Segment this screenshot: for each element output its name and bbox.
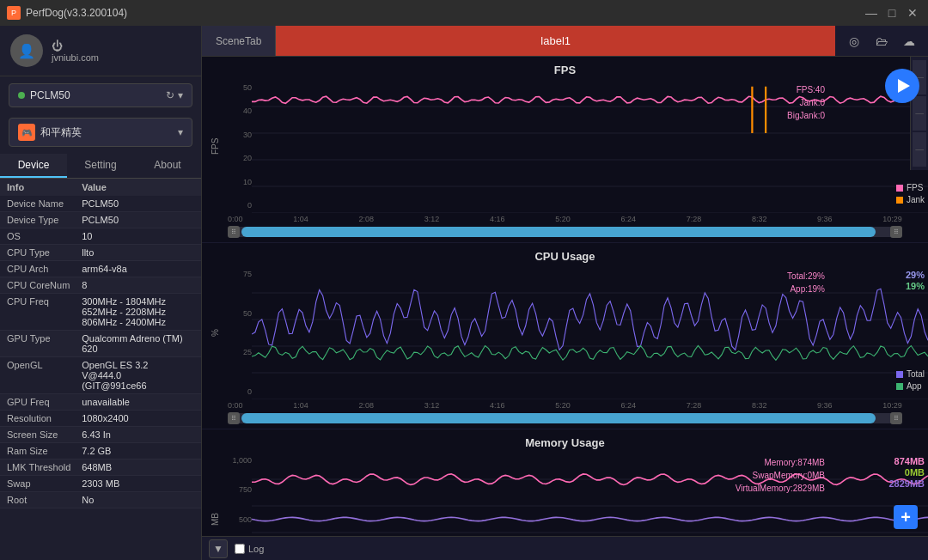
current-value: 874MB <box>894 456 925 466</box>
chart-inner-fps: FPS:40 Jank:0 BigJank:0FPSJank400 <box>252 80 928 213</box>
x-axis-cpu: 0:001:042:083:124:165:206:247:288:329:36… <box>202 399 928 411</box>
y-tick: 10 <box>228 178 252 186</box>
play-button[interactable] <box>885 69 919 103</box>
cloud-icon[interactable]: ☁ <box>899 31 919 52</box>
sidebar-header: 👤 ⏻ jvniubi.com <box>0 26 201 76</box>
minimize-button[interactable]: — <box>863 4 880 21</box>
row-info: GPU Type <box>7 333 82 354</box>
x-tick: 1:04 <box>293 401 308 410</box>
tab-setting[interactable]: Setting <box>67 154 134 178</box>
row-info: CPU CoreNum <box>7 280 82 290</box>
chart-inner-cpu: Total:29% App:19%TotalApp29%19% <box>252 266 928 399</box>
y-tick: 500 <box>228 515 252 524</box>
legend-item: Jank <box>896 195 925 204</box>
game-chevron-icon[interactable]: ▾ <box>178 126 183 138</box>
table-row: RootNo <box>0 492 201 508</box>
legend-label: Total <box>907 369 925 379</box>
power-icon: ⏻ <box>52 40 99 52</box>
legend-color <box>896 197 903 204</box>
y-tick: 20 <box>228 154 252 162</box>
maximize-button[interactable]: □ <box>883 4 901 21</box>
y-label-fps: FPS <box>202 80 228 213</box>
row-value: 300MHz - 1804MHz652MHz - 2208MHz806MHz -… <box>82 296 194 327</box>
scrollbar-cpu[interactable]: ⠿ ⠿ <box>228 413 902 423</box>
device-status-dot <box>18 92 25 99</box>
content-topbar: SceneTab label1 ◎ 🗁 ☁ <box>202 26 928 57</box>
chart-title-memory: Memory Usage <box>202 436 928 449</box>
content-area: SceneTab label1 ◎ 🗁 ☁ FPSFPS50403020100F… <box>202 26 928 560</box>
legend-fps: FPSJank <box>896 183 925 204</box>
row-value: No <box>82 495 194 505</box>
edge-button-3[interactable]: │ <box>913 132 926 167</box>
table-row: CPU Typellto <box>0 245 201 261</box>
down-arrow-button[interactable]: ▼ <box>209 539 228 558</box>
row-info: GPU Freq <box>7 397 82 407</box>
table-row: OpenGLOpenGL ES 3.2V@444.0(GIT@991ce66 <box>0 357 201 394</box>
table-row: Screen Size6.43 In <box>0 427 201 443</box>
chart-svg-memory <box>252 453 928 536</box>
scrollbar-left-handle[interactable]: ⠿ <box>228 226 240 238</box>
device-selector[interactable]: PCLM50 ↻ ▾ <box>9 83 192 107</box>
refresh-icon[interactable]: ↻ <box>166 89 174 101</box>
tab-device[interactable]: Device <box>0 154 67 178</box>
log-checkbox-input[interactable] <box>235 544 245 554</box>
tab-bar: Device Setting About <box>0 154 201 179</box>
chart-memory: Memory UsageMB1,0007505002500Memory:874M… <box>202 429 928 536</box>
row-value: 2303 MB <box>82 478 194 489</box>
close-button[interactable]: ✕ <box>904 4 921 21</box>
row-value: 6.43 In <box>82 429 194 440</box>
row-value: PCLM50 <box>82 198 194 209</box>
legend-cpu: TotalApp <box>896 369 925 391</box>
chart-svg-cpu <box>252 266 928 399</box>
row-value: Qualcomm Adreno (TM) 620 <box>82 333 194 354</box>
x-tick: 3:12 <box>424 401 440 410</box>
scene-tab[interactable]: SceneTab <box>202 26 276 56</box>
y-label-memory: MB <box>202 453 228 536</box>
table-header: Info Value <box>0 179 201 196</box>
edge-button-2[interactable]: │ <box>913 96 926 131</box>
row-value: 1080x2400 <box>82 413 194 423</box>
y-tick: 50 <box>228 83 252 92</box>
current-value: 0MB <box>905 467 925 478</box>
current-value: 2829MB <box>888 478 925 489</box>
tab-about[interactable]: About <box>134 154 201 178</box>
row-value: arm64-v8a <box>82 264 194 274</box>
x-axis-fps: 0:001:042:083:124:165:206:247:288:329:36… <box>202 213 928 225</box>
y-label-cpu: % <box>202 266 228 399</box>
scrollbar-left-handle[interactable]: ⠿ <box>228 412 240 424</box>
x-tick: 3:12 <box>424 215 440 223</box>
charts-area[interactable]: FPSFPS50403020100FPS:40 Jank:0 BigJank:0… <box>202 57 928 536</box>
scrollbar-right-handle[interactable]: ⠿ <box>890 412 902 424</box>
scrollbar-thumb[interactable] <box>241 413 876 423</box>
table-row: CPU Freq300MHz - 1804MHz652MHz - 2208MHz… <box>0 294 201 331</box>
game-icon: 🎮 <box>18 124 35 141</box>
scrollbar-fps[interactable]: ⠿ ⠿ <box>228 227 902 237</box>
chart-fps: FPSFPS50403020100FPS:40 Jank:0 BigJank:0… <box>202 57 928 243</box>
add-chart-button[interactable]: + <box>894 505 918 529</box>
table-row: GPU Frequnavailable <box>0 394 201 411</box>
legend-color <box>896 383 903 390</box>
table-row: CPU CoreNum8 <box>0 277 201 294</box>
log-checkbox[interactable]: Log <box>235 544 264 554</box>
folder-icon[interactable]: 🗁 <box>871 31 892 52</box>
game-selector[interactable]: 🎮 和平精英 ▾ <box>9 118 192 147</box>
row-info: OpenGL <box>7 360 82 391</box>
label-tab[interactable]: label1 <box>276 26 835 56</box>
target-icon[interactable]: ◎ <box>844 31 864 52</box>
row-info: Ram Size <box>7 446 82 456</box>
chevron-down-icon[interactable]: ▾ <box>178 89 183 101</box>
row-value: unavailable <box>82 397 194 407</box>
scrollbar-thumb[interactable] <box>241 227 876 237</box>
x-tick: 8:32 <box>752 401 767 410</box>
table-row: GPU TypeQualcomm Adreno (TM) 620 <box>0 331 201 357</box>
user-info: ⏻ jvniubi.com <box>52 40 99 63</box>
x-tick: 9:36 <box>817 215 833 223</box>
user-email: jvniubi.com <box>52 52 99 63</box>
scrollbar-right-handle[interactable]: ⠿ <box>890 226 902 238</box>
game-name: 和平精英 <box>40 125 173 140</box>
x-tick: 1:04 <box>293 215 308 223</box>
row-info: LMK Threshold <box>7 462 82 472</box>
row-info: CPU Freq <box>7 296 82 327</box>
chart-cpu: CPU Usage%7550250Total:29% App:19%TotalA… <box>202 243 928 429</box>
device-icons: ↻ ▾ <box>166 89 183 101</box>
